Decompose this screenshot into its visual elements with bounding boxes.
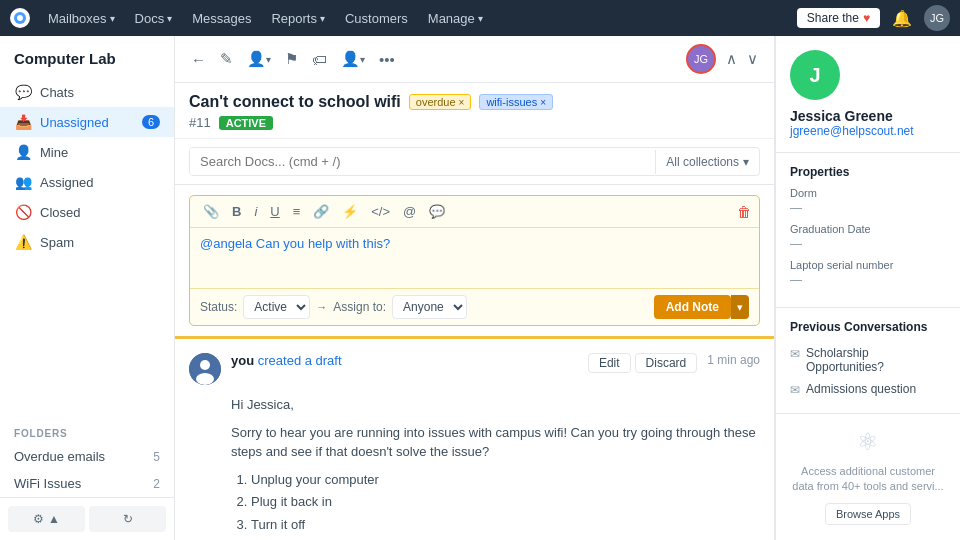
contact-card: J Jessica Greene jgreene@helpscout.net — [776, 36, 960, 153]
add-note-button[interactable]: Add Note — [654, 295, 731, 319]
conversation-number: #11 — [189, 115, 211, 130]
share-button[interactable]: Share the ♥ — [797, 8, 880, 28]
svg-point-2 — [200, 360, 210, 370]
prev-conv-item-2[interactable]: ✉ Admissions question — [790, 378, 946, 401]
tag-button[interactable]: 🏷 — [308, 47, 331, 72]
underline-button[interactable]: U — [265, 201, 284, 222]
notifications-button[interactable]: 🔔 — [888, 7, 916, 30]
edit-draft-button[interactable]: Edit — [588, 353, 631, 373]
sidebar-item-closed[interactable]: 🚫 Closed — [0, 197, 174, 227]
assign-person-button[interactable]: 👤▾ — [243, 46, 275, 72]
list-button[interactable]: ≡ — [288, 201, 306, 222]
back-button[interactable]: ← — [187, 47, 210, 72]
user-avatar[interactable]: JG — [924, 5, 950, 31]
assign-select[interactable]: Anyone — [392, 295, 467, 319]
contact-email[interactable]: jgreene@helpscout.net — [790, 124, 946, 138]
settings-button[interactable]: ⚙ ▲ — [8, 506, 85, 532]
prev-conversation-button[interactable]: ∧ — [722, 46, 741, 72]
overdue-tag-close[interactable]: × — [459, 97, 465, 108]
wifi-tag-close[interactable]: × — [540, 97, 546, 108]
discard-draft-button[interactable]: Discard — [635, 353, 698, 373]
attachment-button[interactable]: 📎 — [198, 201, 224, 222]
emoji-button[interactable]: 💬 — [424, 201, 450, 222]
draft-avatar — [189, 353, 221, 385]
draft-header: you created a draft Edit Discard 1 min a… — [189, 353, 760, 385]
conversation-meta: #11 ACTIVE — [189, 115, 760, 130]
mention-button[interactable]: @ — [398, 201, 421, 222]
browse-apps-button[interactable]: Browse Apps — [825, 503, 911, 525]
status-label: Status: — [200, 300, 237, 314]
doc-search-input[interactable] — [190, 148, 655, 175]
doc-search-bar: All collections ▾ — [175, 139, 774, 185]
editor-footer: Status: Active → Assign to: Anyone Add N… — [190, 288, 759, 325]
chevron-down-icon: ▾ — [743, 155, 749, 169]
sidebar: Computer Lab 💬 Chats 📥 Unassigned 6 👤 Mi… — [0, 36, 175, 540]
sidebar-item-unassigned[interactable]: 📥 Unassigned 6 — [0, 107, 174, 137]
folder-wifi[interactable]: WiFi Issues 2 — [0, 470, 174, 497]
editor-content[interactable]: @angela Can you help with this? — [190, 228, 759, 288]
italic-button[interactable]: i — [249, 201, 262, 222]
unassigned-badge: 6 — [142, 115, 160, 129]
next-conversation-button[interactable]: ∨ — [743, 46, 762, 72]
delete-note-button[interactable]: 🗑 — [737, 204, 751, 220]
properties-section: Properties Dorm — Graduation Date — Lapt… — [776, 153, 960, 308]
assigned-icon: 👥 — [14, 174, 32, 190]
conversation-header: Can't connect to school wifi overdue × w… — [175, 83, 774, 139]
draft-steps-list: Unplug your computer Plug it back in Tur… — [231, 470, 760, 541]
main-layout: Computer Lab 💬 Chats 📥 Unassigned 6 👤 Mi… — [0, 36, 960, 540]
draft-message: you created a draft Edit Discard 1 min a… — [175, 336, 774, 540]
prev-conv-item-1[interactable]: ✉ Scholarship Opportunities? — [790, 342, 946, 378]
refresh-icon: ↻ — [123, 512, 133, 526]
person-icon: 👤 — [247, 50, 266, 68]
link-button[interactable]: 🔗 — [308, 201, 334, 222]
bold-button[interactable]: B — [227, 201, 246, 222]
more-button[interactable]: ••• — [375, 47, 399, 72]
messages-menu[interactable]: Messages — [184, 7, 259, 30]
chevron-down-icon: ▾ — [478, 13, 483, 24]
draft-body: Hi Jessica, Sorry to hear you are runnin… — [231, 395, 760, 540]
contact-avatar: J — [790, 50, 840, 100]
property-dorm: Dorm — — [790, 187, 946, 215]
doc-collection-selector[interactable]: All collections ▾ — [656, 155, 759, 169]
arrow-icon: → — [316, 301, 327, 313]
add-note-dropdown[interactable]: ▾ — [731, 295, 749, 319]
chevron-down-icon: ▾ — [167, 13, 172, 24]
reports-menu[interactable]: Reports ▾ — [263, 7, 333, 30]
draft-actions: Edit Discard — [588, 353, 697, 373]
contact-avatar-toolbar[interactable]: JG — [686, 44, 716, 74]
nav-arrows: ∧ ∨ — [722, 46, 762, 72]
wifi-tag: wifi-issues × — [479, 94, 553, 110]
folder-overdue[interactable]: Overdue emails 5 — [0, 443, 174, 470]
add-note-btn-group: Add Note ▾ — [654, 295, 749, 319]
prev-conversations-title: Previous Conversations — [790, 320, 946, 334]
property-laptop-serial: Laptop serial number — — [790, 259, 946, 287]
conversation-toolbar: ← ✎ 👤▾ ⚑ 🏷 👤▾ ••• JG ∧ ∨ — [175, 36, 774, 83]
top-nav: Mailboxes ▾ Docs ▾ Messages Reports ▾ Cu… — [0, 0, 960, 36]
refresh-button[interactable]: ↻ — [89, 506, 166, 532]
draft-author: you created a draft — [231, 353, 342, 368]
step-1: Unplug your computer — [251, 470, 760, 490]
sidebar-item-assigned[interactable]: 👥 Assigned — [0, 167, 174, 197]
customers-menu[interactable]: Customers — [337, 7, 416, 30]
edit-button[interactable]: ✎ — [216, 46, 237, 72]
note-editor: 📎 B i U ≡ 🔗 ⚡ </> @ 💬 🗑 @angela Can you … — [189, 195, 760, 326]
chevron-up-icon: ▲ — [48, 512, 60, 526]
ai-button[interactable]: ⚡ — [337, 201, 363, 222]
contact-name: Jessica Greene — [790, 108, 946, 124]
docs-menu[interactable]: Docs ▾ — [127, 7, 181, 30]
person2-icon: 👤 — [341, 50, 360, 68]
chevron-down-icon: ▾ — [320, 13, 325, 24]
spam-icon: ⚠️ — [14, 234, 32, 250]
conversation-title: Can't connect to school wifi — [189, 93, 401, 111]
manage-menu[interactable]: Manage ▾ — [420, 7, 491, 30]
mailboxes-menu[interactable]: Mailboxes ▾ — [40, 7, 123, 30]
code-button[interactable]: </> — [366, 201, 395, 222]
sidebar-item-spam[interactable]: ⚠️ Spam — [0, 227, 174, 257]
editor-body-text: Can you help with this? — [252, 236, 390, 251]
flag-button[interactable]: ⚑ — [281, 46, 302, 72]
person2-button[interactable]: 👤▾ — [337, 46, 369, 72]
sidebar-item-mine[interactable]: 👤 Mine — [0, 137, 174, 167]
status-select[interactable]: Active — [243, 295, 310, 319]
prev-conversations-section: Previous Conversations ✉ Scholarship Opp… — [776, 308, 960, 414]
sidebar-item-chats[interactable]: 💬 Chats — [0, 77, 174, 107]
